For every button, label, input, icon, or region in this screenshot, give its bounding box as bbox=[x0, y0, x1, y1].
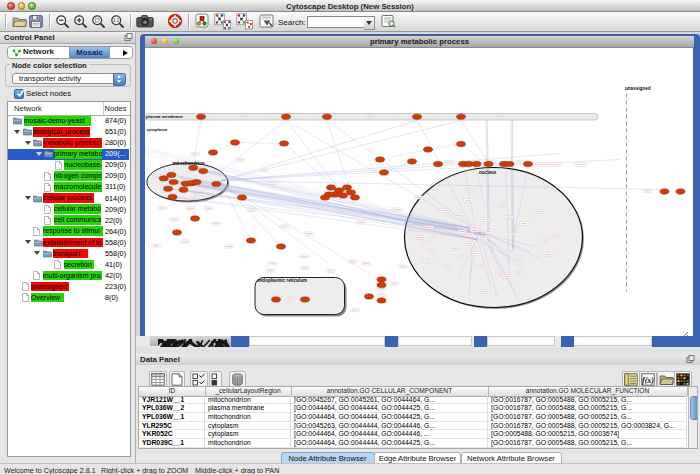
svg-text:mitochondrion: mitochondrion bbox=[173, 160, 205, 165]
svg-text:endoplasmic reticulum: endoplasmic reticulum bbox=[257, 278, 307, 283]
svg-text:nucleus: nucleus bbox=[479, 170, 497, 175]
svg-text:plasma membrane: plasma membrane bbox=[146, 114, 183, 119]
svg-text:cytoplasm: cytoplasm bbox=[147, 127, 168, 132]
svg-text:f(x): f(x) bbox=[642, 376, 654, 385]
svg-text:1:1: 1:1 bbox=[113, 18, 120, 23]
svg-text:unassigned: unassigned bbox=[625, 85, 651, 90]
